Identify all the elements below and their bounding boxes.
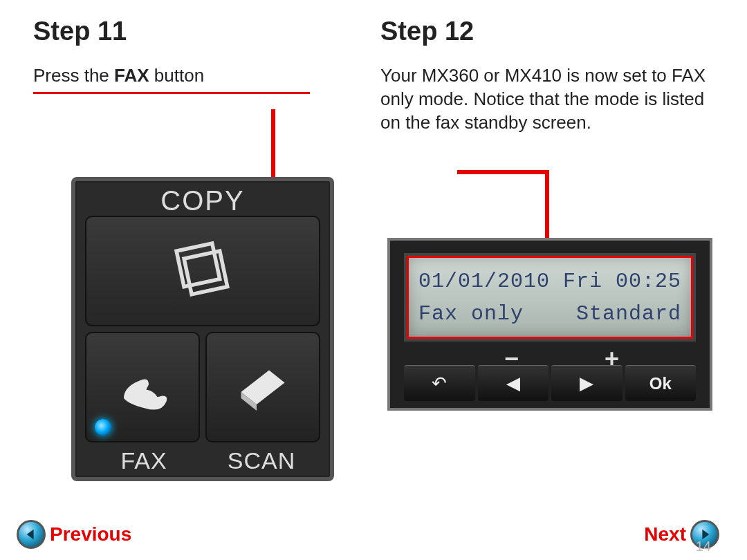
instruction-bold: FAX [114, 65, 149, 86]
step-11-column: Step 11 Press the FAX button COPY [33, 17, 374, 560]
copy-button [85, 216, 320, 326]
next-label: Next [644, 523, 686, 545]
svg-rect-1 [184, 251, 228, 295]
instruction-suffix: button [149, 65, 205, 86]
step-11-title: Step 11 [33, 17, 360, 46]
step-12-title: Step 12 [380, 17, 714, 46]
page-number: 14 [696, 539, 711, 554]
fax-label: FAX [85, 447, 203, 474]
lcd-date: 01/01/2010 [418, 270, 550, 293]
triangle-right-icon: ▶ [580, 373, 593, 394]
instruction-prefix: Press the [33, 65, 114, 86]
lcd-screen: 01/01/2010 Fri 00:25 Fax only Standard [407, 256, 693, 339]
back-arrow-icon: ↶ [432, 373, 447, 394]
lcd-mode: Fax only [418, 302, 524, 326]
right-key: ▶ [551, 365, 622, 401]
fax-phone-icon [111, 355, 174, 420]
ok-key: Ok [625, 365, 697, 401]
scan-label: SCAN [203, 447, 320, 474]
previous-button[interactable]: Previous [17, 520, 131, 549]
previous-circle-icon [17, 520, 46, 549]
printer-lcd-photo: 01/01/2010 Fri 00:25 Fax only Standard −… [387, 238, 712, 411]
fax-button [85, 332, 200, 442]
back-key: ↶ [404, 365, 475, 401]
left-key: ◀ [478, 365, 549, 401]
svg-rect-0 [176, 243, 220, 287]
page: Step 11 Press the FAX button COPY [0, 0, 747, 560]
step-11-instruction: Press the FAX button [33, 64, 310, 94]
scan-button [205, 332, 320, 442]
lcd-quality: Standard [576, 302, 681, 326]
pager-footer: Previous Next [17, 520, 719, 549]
scan-flatbed-icon [232, 355, 294, 420]
printer-button-panel-photo: COPY [71, 177, 334, 481]
step-12-body: Your MX360 or MX410 is now set to FAX on… [380, 64, 714, 134]
previous-label: Previous [50, 523, 131, 545]
lcd-day: Fri [563, 270, 602, 293]
fax-led-indicator [95, 419, 111, 436]
copy-stack-icon [165, 232, 241, 310]
triangle-left-icon: ◀ [506, 373, 520, 394]
lcd-time: 00:25 [616, 270, 681, 293]
step-12-column: Step 12 Your MX360 or MX410 is now set t… [374, 17, 714, 560]
nav-key-row: ↶ ◀ ▶ Ok [404, 346, 696, 401]
svg-marker-2 [27, 530, 34, 539]
copy-label: COPY [75, 181, 330, 216]
